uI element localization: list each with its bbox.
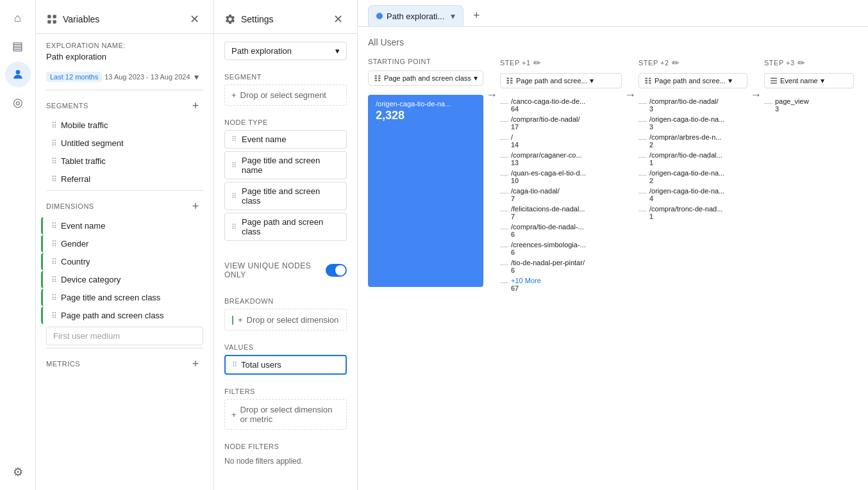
dimension-label: Event name: [61, 221, 105, 231]
list-item[interactable]: —/origen-caga-tio-de-na...4: [638, 187, 747, 202]
node-type-section: NODE TYPE ⠿ Event name ⠿ Page title and …: [214, 111, 357, 249]
settings-close-button[interactable]: ✕: [329, 10, 347, 28]
list-item[interactable]: —/quan-es-caga-el-tio-d...10: [500, 169, 622, 184]
svg-rect-24: [771, 80, 777, 81]
segment-referral[interactable]: ⠿ Referral: [41, 170, 208, 188]
chevron-icon: ▾: [474, 74, 478, 83]
breakdown-section: BREAKDOWN | + Drop or select dimension: [214, 290, 357, 336]
date-range-text: 13 Aug 2023 - 13 Aug 2024: [104, 73, 190, 81]
unique-nodes-toggle[interactable]: [326, 264, 347, 277]
list-item[interactable]: —/comprar/tio-de-nadal/3: [638, 97, 747, 113]
list-item[interactable]: —/comprar/tio-de-nadal...1: [638, 151, 747, 167]
main-content: Path explorati... ▾ + All Users STARTING…: [358, 0, 868, 490]
node-type-page-title-screen-name[interactable]: ⠿ Page title and screen name: [224, 151, 347, 179]
segment-mobile-traffic[interactable]: ⠿ Mobile traffic: [41, 117, 208, 134]
segment-untitled[interactable]: ⠿ Untitled segment: [41, 135, 208, 152]
breakdown-drop-zone[interactable]: | + Drop or select dimension: [224, 309, 347, 331]
node-type-label: Event name: [242, 135, 286, 144]
exploration-type-select[interactable]: Path exploration ▾: [224, 42, 347, 60]
step2-dropdown[interactable]: Page path and scree... ▾: [638, 73, 747, 88]
step2-edit-icon[interactable]: ✏: [672, 58, 680, 68]
tab-close-icon[interactable]: ▾: [451, 11, 455, 21]
drag-icon: ⠿: [51, 257, 57, 266]
svg-rect-20: [649, 78, 651, 79]
dimension-page-title-screen-class[interactable]: ⠿ Page title and screen class: [41, 289, 208, 306]
add-segment-button[interactable]: +: [188, 98, 203, 113]
list-item[interactable]: —+10 More67: [500, 277, 622, 292]
arrow-2: →: [747, 58, 764, 102]
drag-icon: ⠿: [51, 240, 57, 249]
svg-rect-1: [47, 15, 51, 18]
dimension-gender[interactable]: ⠿ Gender: [41, 235, 208, 252]
all-users-label: All Users: [368, 37, 858, 47]
settings-panel: Settings ✕ Path exploration ▾ SEGMENT + …: [214, 0, 358, 490]
dimensions-section-header: DIMENSIONS +: [36, 193, 213, 216]
home-icon[interactable]: ⌂: [5, 5, 31, 31]
date-range-section: Last 12 months 13 Aug 2023 - 13 Aug 2024…: [36, 67, 213, 87]
step1-count: 17: [511, 123, 580, 131]
variables-close-button[interactable]: ✕: [185, 10, 203, 28]
step1-header: STEP +1 ✏: [500, 58, 622, 68]
chart-icon[interactable]: ▤: [5, 33, 31, 59]
dimension-input[interactable]: First user medium: [46, 327, 203, 345]
node-type-page-title-screen-class[interactable]: ⠿ Page title and screen class: [224, 182, 347, 210]
add-metric-button[interactable]: +: [188, 356, 203, 372]
add-dimension-button[interactable]: +: [188, 199, 203, 214]
step1-dropdown[interactable]: Page path and scree... ▾: [500, 73, 622, 88]
starting-node[interactable]: /origen-caga-tio-de-na... 2,328: [368, 95, 483, 287]
step1-edit-icon[interactable]: ✏: [533, 58, 542, 68]
dimension-country[interactable]: ⠿ Country: [41, 253, 208, 270]
step3-dropdown[interactable]: Event name ▾: [764, 73, 854, 88]
dimension-event-name[interactable]: ⠿ Event name: [41, 217, 208, 234]
list-item[interactable]: —/origen-caga-tio-de-na...2: [638, 169, 747, 184]
filters-section: FILTERS + Drop or select dimension or me…: [214, 380, 357, 435]
step3-edit-icon[interactable]: ✏: [797, 58, 806, 68]
list-item[interactable]: —/canco-caga-tio-de-de...64: [500, 97, 622, 113]
dimension-device-category[interactable]: ⠿ Device category: [41, 271, 208, 288]
list-item[interactable]: —/creences-simbologia-...6: [500, 241, 622, 256]
svg-rect-5: [375, 76, 378, 77]
list-item[interactable]: —/compra/tronc-de-nad...1: [638, 205, 747, 220]
people-icon[interactable]: [5, 61, 31, 87]
values-total-users[interactable]: ⠿ Total users: [224, 355, 347, 375]
add-tab-button[interactable]: +: [466, 6, 487, 26]
arrow-0: →: [483, 58, 500, 102]
list-item[interactable]: —/tio-de-nadal-per-pintar/6: [500, 259, 622, 274]
dimension-label: Page title and screen class: [61, 293, 160, 302]
step2-items: —/comprar/tio-de-nadal/3 —/origen-caga-t…: [638, 97, 747, 220]
list-item[interactable]: —/felicitacions-de-nadal...7: [500, 205, 622, 220]
more-items-link[interactable]: +10 More: [511, 277, 541, 284]
starting-point-dropdown[interactable]: Page path and screen class ▾: [368, 70, 483, 86]
list-item[interactable]: —/14: [500, 133, 622, 149]
step1-path: /tio-de-nadal-per-pintar/: [511, 259, 585, 266]
node-type-page-path-screen-class[interactable]: ⠿ Page path and screen class: [224, 213, 347, 241]
list-item[interactable]: —/comprar/tio-de-nadal/17: [500, 115, 622, 131]
exploration-name-value: Path exploration: [36, 52, 213, 67]
svg-rect-11: [507, 78, 510, 79]
path-exploration-tab[interactable]: Path explorati... ▾: [368, 5, 463, 26]
list-item[interactable]: —/origen-caga-tio-de-na...3: [638, 115, 747, 131]
segment-drop-zone[interactable]: + Drop or select segment: [224, 85, 347, 106]
list-item[interactable]: —page_view3: [764, 97, 854, 113]
chevron-down-icon: ▾: [335, 46, 340, 56]
step2-label: STEP +2: [638, 59, 669, 67]
segment-tablet-traffic[interactable]: ⠿ Tablet traffic: [41, 152, 208, 170]
target-icon[interactable]: ◎: [5, 90, 31, 115]
list-item[interactable]: —/comprar/caganer-co...13: [500, 151, 622, 167]
step1-count: 14: [511, 141, 519, 149]
step1-dropdown-label: Page path and scree...: [516, 77, 587, 85]
dimension-page-path-screen-class[interactable]: ⠿ Page path and screen class: [41, 307, 208, 324]
svg-rect-17: [646, 78, 648, 79]
chevron-icon: ▾: [590, 76, 594, 85]
list-item[interactable]: —/comprar/arbres-de-n...2: [638, 133, 747, 149]
node-type-event-name[interactable]: ⠿ Event name: [224, 130, 347, 149]
variables-header: Variables ✕: [36, 0, 213, 34]
filters-drop-zone[interactable]: + Drop or select dimension or metric: [224, 399, 347, 430]
settings-icon[interactable]: ⚙: [5, 459, 31, 485]
plus-icon: +: [231, 410, 237, 420]
step3-column: STEP +3 ✏ Event name ▾ —page_view3: [764, 58, 854, 113]
list-item[interactable]: —/compra/tio-de-nadal-...6: [500, 223, 622, 238]
date-dropdown-icon[interactable]: ▾: [194, 72, 199, 82]
variables-title: Variables: [46, 13, 99, 25]
list-item[interactable]: —/caga-tio-nadal/7: [500, 187, 622, 202]
